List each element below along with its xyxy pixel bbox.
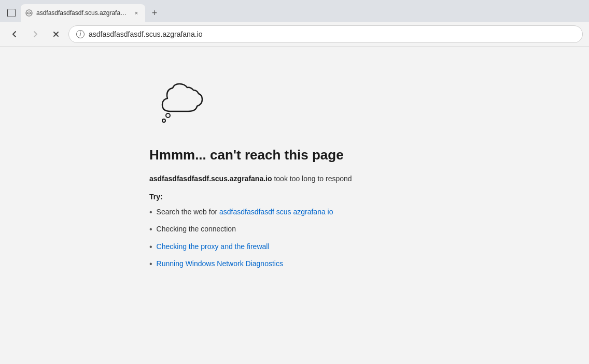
stop-reload-button[interactable] xyxy=(48,26,64,42)
diagnostics-link[interactable]: Running Windows Network Diagnostics xyxy=(157,259,283,269)
active-tab[interactable]: asdfasdfasdfasdf.scus.azgrafana. × xyxy=(21,4,145,22)
bullet-icon: • xyxy=(149,258,152,270)
bullet-icon: • xyxy=(149,207,152,218)
list-item: • Checking the connection xyxy=(149,224,333,235)
cloud-icon xyxy=(155,78,206,132)
list-item: • Checking the proxy and the firewall xyxy=(149,242,333,253)
error-domain: asdfasdfasdfasdf.scus.azgrafana.io xyxy=(149,174,272,183)
browser-chrome: asdfasdfasdfasdf.scus.azgrafana. × + i xyxy=(0,0,589,47)
tab-bar: asdfasdfasdfasdf.scus.azgrafana. × + xyxy=(0,0,589,22)
tab-title: asdfasdfasdfasdf.scus.azgrafana. xyxy=(36,9,129,17)
tab-grid-icon xyxy=(7,9,16,17)
suggestion-prefix: Search the web for xyxy=(157,208,219,216)
error-description: asdfasdfasdfasdf.scus.azgrafana.io took … xyxy=(149,173,352,184)
tab-close-button[interactable]: × xyxy=(132,8,141,18)
new-tab-button[interactable]: + xyxy=(147,6,162,20)
nav-bar: i asdfasdfasdfasdf.scus.azgrafana.io xyxy=(0,22,589,47)
forward-button[interactable] xyxy=(27,26,44,42)
info-icon[interactable]: i xyxy=(76,30,85,38)
address-bar[interactable]: i asdfasdfasdfasdf.scus.azgrafana.io xyxy=(68,25,583,43)
page-content: Hmmm... can't reach this page asdfasdfas… xyxy=(0,47,589,364)
try-label: Try: xyxy=(149,193,163,201)
list-item: • Running Windows Network Diagnostics xyxy=(149,259,333,270)
suggestions-list: • Search the web for asdfasdfasdfasdf sc… xyxy=(149,207,333,276)
bullet-icon: • xyxy=(149,241,152,253)
proxy-link[interactable]: Checking the proxy and the firewall xyxy=(157,242,270,252)
address-text: asdfasdfasdfasdf.scus.azgrafana.io xyxy=(89,30,575,38)
tab-favicon xyxy=(25,9,33,17)
search-link[interactable]: asdfasdfasdfasdf scus azgrafana io xyxy=(219,208,333,216)
suggestion-text: Search the web for asdfasdfasdfasdf scus… xyxy=(157,207,333,217)
svg-point-6 xyxy=(162,119,165,122)
error-container: Hmmm... can't reach this page asdfasdfas… xyxy=(149,78,460,276)
suggestion-text: Checking the connection xyxy=(157,224,236,235)
back-button[interactable] xyxy=(6,26,23,42)
tab-grid-button[interactable] xyxy=(4,6,19,20)
bullet-icon: • xyxy=(149,224,152,235)
svg-point-5 xyxy=(166,113,170,118)
svg-point-0 xyxy=(26,10,32,16)
error-description-suffix: took too long to respond xyxy=(272,174,352,183)
list-item: • Search the web for asdfasdfasdfasdf sc… xyxy=(149,207,333,218)
error-heading: Hmmm... can't reach this page xyxy=(149,147,344,163)
